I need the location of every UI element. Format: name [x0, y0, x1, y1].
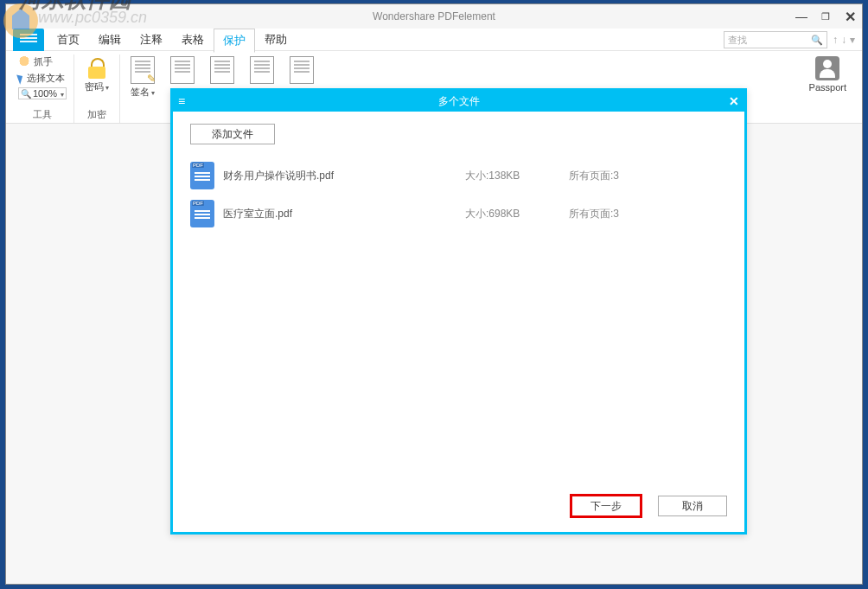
file-name: 医疗室立面.pdf [223, 207, 465, 221]
dialog-title-text: 多个文件 [438, 94, 480, 109]
doc-icon-3 [210, 56, 234, 84]
dialog-titlebar: ≡ 多个文件 ✕ [173, 91, 744, 112]
menu-comment[interactable]: 注释 [131, 28, 172, 51]
magnifier-icon [21, 88, 31, 99]
file-size: 大小:138KB [465, 169, 569, 183]
next-button[interactable]: 下一步 [571, 496, 641, 516]
password-label: 密码 [85, 80, 109, 93]
file-pages: 所有页面:3 [569, 207, 619, 221]
ribbon-group-passport: Passport [799, 54, 857, 123]
sign-label: 签名 [131, 86, 155, 99]
cursor-icon [16, 73, 25, 84]
zoom-caret-icon [59, 88, 64, 99]
person-icon [815, 56, 839, 80]
file-row[interactable]: 医疗室立面.pdf 大小:698KB 所有页面:3 [190, 195, 727, 233]
doc-icon-5 [290, 56, 314, 84]
zoom-value: 100% [33, 88, 57, 99]
tools-group-label: 工具 [33, 108, 52, 123]
nav-up-icon[interactable]: ↑ [833, 34, 838, 46]
doc-icon-2 [170, 56, 195, 84]
menu-help[interactable]: 帮助 [255, 28, 297, 51]
menubar: 首页 编辑 注释 表格 保护 帮助 查找 🔍 ↑ ↓ ▾ [6, 29, 862, 51]
menu-edit[interactable]: 编辑 [89, 28, 131, 51]
window-title: Wondershare PDFelement [373, 10, 495, 22]
search-icon[interactable]: 🔍 [811, 35, 823, 46]
add-file-button[interactable]: 添加文件 [190, 124, 275, 144]
minimize-button[interactable]: — [789, 4, 814, 29]
file-size: 大小:698KB [465, 207, 569, 221]
passport-label: Passport [809, 82, 846, 93]
menu-form[interactable]: 表格 [172, 28, 214, 51]
search-placeholder: 查找 [728, 34, 747, 47]
dialog-menu-icon[interactable]: ≡ [178, 94, 185, 108]
dialog-close-icon[interactable]: ✕ [729, 94, 739, 108]
search-input[interactable]: 查找 🔍 [724, 31, 827, 48]
pdf-icon [190, 200, 214, 227]
dialog-footer: 下一步 取消 [173, 487, 744, 532]
password-tool[interactable]: 密码 [81, 54, 112, 95]
titlebar: Wondershare PDFelement — ❐ ✕ [6, 4, 862, 29]
file-tab-icon[interactable] [13, 29, 44, 51]
passport-tool[interactable]: Passport [806, 54, 850, 94]
window-close-button[interactable]: ✕ [838, 4, 862, 29]
menu-home[interactable]: 首页 [48, 28, 89, 51]
nav-menu-icon[interactable]: ▾ [850, 34, 855, 46]
dialog-body: 添加文件 财务用户操作说明书.pdf 大小:138KB 所有页面:3 医疗室立面… [173, 112, 744, 487]
ribbon-group-encrypt: 密码 加密 [74, 54, 120, 123]
doc-icon-4 [250, 56, 274, 84]
zoom-control[interactable]: 100% [18, 87, 67, 99]
hand-tool[interactable]: 抓手 [18, 54, 67, 69]
file-pages: 所有页面:3 [569, 169, 619, 183]
hand-tool-label: 抓手 [34, 55, 53, 68]
signature-doc-icon [131, 56, 155, 84]
file-list: 财务用户操作说明书.pdf 大小:138KB 所有页面:3 医疗室立面.pdf … [190, 157, 727, 475]
ribbon-group-tools: 抓手 选择文本 100% 工具 [11, 54, 74, 123]
encrypt-group-label: 加密 [87, 108, 106, 123]
pdf-icon [190, 162, 214, 189]
select-text-label: 选择文本 [27, 72, 65, 85]
menu-protect[interactable]: 保护 [214, 29, 255, 53]
file-name: 财务用户操作说明书.pdf [223, 169, 465, 183]
multi-file-dialog: ≡ 多个文件 ✕ 添加文件 财务用户操作说明书.pdf 大小:138KB 所有页… [170, 88, 747, 535]
nav-down-icon[interactable]: ↓ [841, 34, 846, 46]
sign-tool[interactable]: 签名 [127, 54, 158, 100]
file-row[interactable]: 财务用户操作说明书.pdf 大小:138KB 所有页面:3 [190, 157, 727, 195]
cancel-button[interactable]: 取消 [658, 496, 727, 516]
lock-icon [86, 56, 108, 79]
maximize-button[interactable]: ❐ [814, 4, 838, 29]
select-text-tool[interactable]: 选择文本 [18, 71, 67, 86]
hand-icon [18, 56, 30, 68]
